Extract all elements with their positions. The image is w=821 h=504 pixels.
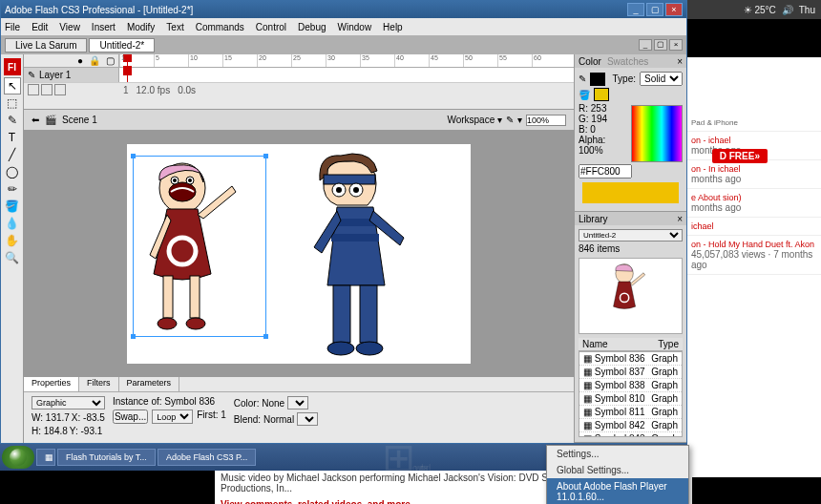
maximize-button[interactable]: ▢ <box>646 3 663 16</box>
h-field[interactable]: H: 184.8 <box>32 426 68 436</box>
menu-modify[interactable]: Modify <box>127 22 155 32</box>
tool-2[interactable]: ✎ <box>4 112 21 129</box>
color-select[interactable] <box>287 396 308 410</box>
prop-tab-filters[interactable]: Filters <box>79 377 119 391</box>
g-label[interactable]: G: 194 <box>579 114 607 124</box>
menu-window[interactable]: Window <box>338 22 372 32</box>
color-panel-close[interactable]: × <box>677 56 683 67</box>
menu-file[interactable]: File <box>5 22 20 32</box>
sound-icon[interactable]: 🔊 <box>782 5 793 15</box>
character-1[interactable] <box>140 159 259 333</box>
stage[interactable] <box>127 144 471 364</box>
doc-tab[interactable]: Untitled-2* <box>89 38 155 52</box>
menu-edit[interactable]: Edit <box>32 22 48 32</box>
stage-wrap[interactable] <box>24 131 574 376</box>
lib-col-type[interactable]: Type <box>654 338 683 350</box>
library-list[interactable]: ▦ Symbol 836Graph▦ Symbol 837Graph▦ Symb… <box>579 351 683 437</box>
tool-6[interactable]: ✏ <box>4 180 21 198</box>
delete-layer-button[interactable] <box>54 84 66 95</box>
tool-5[interactable]: ◯ <box>4 163 21 180</box>
library-item[interactable]: ▦ Symbol 837Graph <box>579 366 682 379</box>
lib-col-name[interactable]: Name <box>579 338 654 350</box>
back-icon[interactable]: ⬅ <box>32 115 39 125</box>
tool-1[interactable]: ⬚ <box>4 94 21 112</box>
prop-tab-properties[interactable]: Properties <box>24 377 79 391</box>
new-folder-button[interactable] <box>41 84 53 95</box>
tool-7[interactable]: 🪣 <box>4 198 21 215</box>
r-label[interactable]: R: 253 <box>579 103 606 114</box>
color-picker[interactable] <box>631 105 683 162</box>
yt-video-item[interactable]: ichael <box>687 218 821 236</box>
prop-tab-parameters[interactable]: Parameters <box>119 377 180 391</box>
tool-4[interactable]: ╱ <box>4 146 21 163</box>
character-2[interactable] <box>299 152 442 362</box>
frames-area[interactable] <box>119 68 574 82</box>
stroke-swatch[interactable] <box>590 73 605 86</box>
instance-type-select[interactable]: Graphic <box>32 396 105 410</box>
menu-help[interactable]: Help <box>383 22 403 32</box>
hex-input[interactable] <box>579 164 632 178</box>
start-button[interactable] <box>2 446 34 469</box>
menu-control[interactable]: Control <box>256 22 286 32</box>
context-menu-item[interactable]: Global Settings... <box>547 462 688 478</box>
fill-bucket-icon[interactable]: 🪣 <box>579 90 590 100</box>
doc-restore[interactable]: ▢ <box>654 39 667 51</box>
menu-insert[interactable]: Insert <box>92 22 116 32</box>
menu-commands[interactable]: Commands <box>196 22 244 32</box>
stroke-pencil-icon[interactable]: ✎ <box>579 74 586 84</box>
layer-row[interactable]: ✎ Layer 1 <box>24 68 119 82</box>
menu-view[interactable]: View <box>59 22 80 32</box>
tool-9[interactable]: ✋ <box>4 232 21 249</box>
y-field[interactable]: Y: -93.1 <box>70 426 102 436</box>
doc-close[interactable]: × <box>669 39 683 51</box>
doc-tab[interactable]: Live La Sarum <box>5 38 87 52</box>
tool-0[interactable]: ↖ <box>4 77 21 94</box>
library-item[interactable]: ▦ Symbol 811Graph <box>579 406 682 419</box>
context-menu-item[interactable]: About Adobe Flash Player 11.0.1.60... <box>547 478 688 504</box>
taskbar-task[interactable]: Flash Tutorials by T... <box>57 449 156 466</box>
zoom-input[interactable] <box>526 115 566 126</box>
library-close[interactable]: × <box>677 214 683 224</box>
lock-icon[interactable]: 🔒 <box>89 55 100 66</box>
doc-minimize[interactable]: _ <box>639 39 652 51</box>
tool-10[interactable]: 🔍 <box>4 249 21 266</box>
swap-button[interactable]: Swap... <box>113 410 148 424</box>
yt-video-item[interactable]: on - Hold My Hand Duet ft. Akon45,057,08… <box>687 236 821 275</box>
free-button[interactable]: D FREE» <box>712 149 768 163</box>
tool-8[interactable]: 💧 <box>4 215 21 232</box>
symbol-edit-icon[interactable]: ✎ <box>506 115 514 125</box>
timeline-ruler[interactable]: 151015202530354045505560 <box>119 54 574 67</box>
taskbar-task[interactable]: Adobe Flash CS3 P... <box>158 449 256 466</box>
workspace-dropdown[interactable]: Workspace ▾ <box>447 115 502 125</box>
w-field[interactable]: W: 131.7 <box>32 412 70 423</box>
color-tab[interactable]: Color <box>579 56 601 67</box>
menu-text[interactable]: Text <box>166 22 183 32</box>
blend-select[interactable] <box>297 412 318 426</box>
menu-debug[interactable]: Debug <box>298 22 326 32</box>
fill-swatch[interactable] <box>594 88 609 101</box>
loop-select[interactable]: Loop <box>152 410 193 424</box>
context-menu-item[interactable]: Settings... <box>547 446 688 462</box>
alpha-label[interactable]: Alpha: 100% <box>579 135 627 156</box>
library-tab[interactable]: Library <box>579 214 608 224</box>
eye-icon[interactable]: ● <box>77 55 83 66</box>
minimize-button[interactable]: _ <box>627 3 644 16</box>
swatches-tab[interactable]: Swatches <box>607 56 648 67</box>
quick-launch[interactable]: ▦ <box>36 449 55 466</box>
new-layer-button[interactable] <box>28 84 39 95</box>
tool-3[interactable]: T <box>4 129 21 146</box>
yt-video-item[interactable]: on - In ichaelmonths ago <box>687 160 821 189</box>
scene-dropdown-icon[interactable]: ▾ <box>517 115 522 125</box>
b-label[interactable]: B: 0 <box>579 124 596 135</box>
library-item[interactable]: ▦ Symbol 838Graph <box>579 379 682 392</box>
library-item[interactable]: ▦ Symbol 842Graph <box>579 419 682 432</box>
outline-icon[interactable]: ▢ <box>106 55 115 66</box>
library-item[interactable]: ▦ Symbol 843Graph <box>579 432 682 437</box>
type-select[interactable]: Solid <box>640 72 683 86</box>
x-field[interactable]: X: -83.5 <box>72 412 105 423</box>
library-doc-select[interactable]: Untitled-2 <box>579 229 683 242</box>
close-button[interactable]: × <box>665 3 683 16</box>
library-item[interactable]: ▦ Symbol 836Graph <box>579 352 682 366</box>
library-item[interactable]: ▦ Symbol 810Graph <box>579 392 682 406</box>
first-frame[interactable]: First: 1 <box>197 410 226 424</box>
